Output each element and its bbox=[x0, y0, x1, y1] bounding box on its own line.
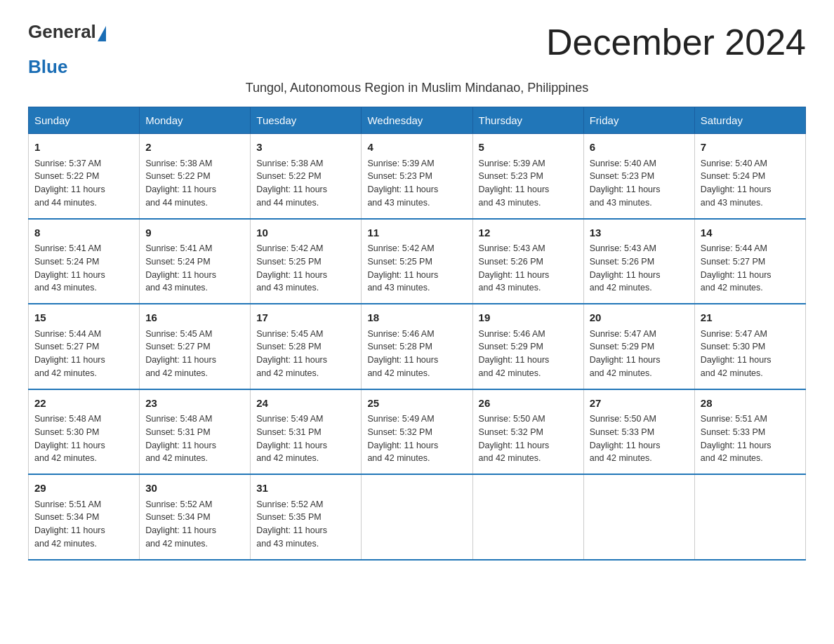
calendar-cell: 29Sunrise: 5:51 AMSunset: 5:34 PMDayligh… bbox=[29, 474, 140, 560]
day-info: Sunrise: 5:50 AMSunset: 5:32 PMDaylight:… bbox=[479, 412, 578, 465]
day-info: Sunrise: 5:42 AMSunset: 5:25 PMDaylight:… bbox=[367, 242, 466, 295]
weekday-header-saturday: Saturday bbox=[694, 107, 805, 134]
day-number: 8 bbox=[34, 225, 133, 241]
day-info: Sunrise: 5:41 AMSunset: 5:24 PMDaylight:… bbox=[145, 242, 244, 295]
day-info: Sunrise: 5:52 AMSunset: 5:34 PMDaylight:… bbox=[145, 498, 244, 551]
day-number: 4 bbox=[367, 140, 466, 156]
day-number: 14 bbox=[701, 225, 800, 241]
logo-blue-label: Blue bbox=[28, 56, 67, 77]
day-number: 26 bbox=[479, 396, 578, 412]
calendar-cell: 4Sunrise: 5:39 AMSunset: 5:23 PMDaylight… bbox=[362, 134, 472, 219]
day-info: Sunrise: 5:52 AMSunset: 5:35 PMDaylight:… bbox=[256, 498, 355, 551]
calendar-cell: 24Sunrise: 5:49 AMSunset: 5:31 PMDayligh… bbox=[251, 389, 362, 475]
day-number: 24 bbox=[256, 396, 355, 412]
day-info: Sunrise: 5:44 AMSunset: 5:27 PMDaylight:… bbox=[34, 328, 133, 380]
calendar-cell: 2Sunrise: 5:38 AMSunset: 5:22 PMDaylight… bbox=[140, 134, 251, 219]
calendar-cell bbox=[694, 474, 805, 560]
day-number: 9 bbox=[145, 225, 244, 241]
logo-triangle-icon bbox=[98, 26, 106, 41]
day-info: Sunrise: 5:44 AMSunset: 5:27 PMDaylight:… bbox=[701, 242, 800, 295]
calendar-week-row: 29Sunrise: 5:51 AMSunset: 5:34 PMDayligh… bbox=[29, 474, 806, 560]
day-number: 15 bbox=[34, 310, 133, 326]
calendar-cell: 11Sunrise: 5:42 AMSunset: 5:25 PMDayligh… bbox=[362, 219, 472, 304]
day-info: Sunrise: 5:43 AMSunset: 5:26 PMDaylight:… bbox=[479, 242, 578, 295]
calendar-week-row: 15Sunrise: 5:44 AMSunset: 5:27 PMDayligh… bbox=[29, 304, 806, 389]
calendar-cell: 30Sunrise: 5:52 AMSunset: 5:34 PMDayligh… bbox=[140, 474, 251, 560]
calendar-week-row: 22Sunrise: 5:48 AMSunset: 5:30 PMDayligh… bbox=[29, 389, 806, 475]
day-info: Sunrise: 5:51 AMSunset: 5:34 PMDaylight:… bbox=[34, 498, 133, 551]
day-info: Sunrise: 5:42 AMSunset: 5:25 PMDaylight:… bbox=[256, 242, 355, 295]
calendar-cell: 6Sunrise: 5:40 AMSunset: 5:23 PMDaylight… bbox=[583, 134, 694, 219]
weekday-header-row: SundayMondayTuesdayWednesdayThursdayFrid… bbox=[29, 107, 806, 134]
calendar-table: SundayMondayTuesdayWednesdayThursdayFrid… bbox=[28, 107, 806, 561]
day-number: 22 bbox=[34, 396, 133, 412]
calendar-cell: 26Sunrise: 5:50 AMSunset: 5:32 PMDayligh… bbox=[472, 389, 583, 475]
day-number: 16 bbox=[145, 310, 244, 326]
calendar-cell: 18Sunrise: 5:46 AMSunset: 5:28 PMDayligh… bbox=[362, 304, 472, 389]
calendar-cell: 23Sunrise: 5:48 AMSunset: 5:31 PMDayligh… bbox=[140, 389, 251, 475]
day-number: 23 bbox=[145, 396, 244, 412]
weekday-header-sunday: Sunday bbox=[29, 107, 140, 134]
calendar-cell: 1Sunrise: 5:37 AMSunset: 5:22 PMDaylight… bbox=[29, 134, 140, 219]
day-number: 20 bbox=[590, 310, 689, 326]
calendar-cell: 9Sunrise: 5:41 AMSunset: 5:24 PMDaylight… bbox=[140, 219, 251, 304]
day-info: Sunrise: 5:49 AMSunset: 5:32 PMDaylight:… bbox=[367, 412, 466, 465]
calendar-cell: 21Sunrise: 5:47 AMSunset: 5:30 PMDayligh… bbox=[694, 304, 805, 389]
day-number: 31 bbox=[256, 481, 355, 497]
day-info: Sunrise: 5:39 AMSunset: 5:23 PMDaylight:… bbox=[479, 157, 578, 210]
day-number: 18 bbox=[367, 310, 466, 326]
day-info: Sunrise: 5:48 AMSunset: 5:31 PMDaylight:… bbox=[145, 412, 244, 465]
day-number: 7 bbox=[701, 140, 800, 156]
day-number: 6 bbox=[590, 140, 689, 156]
calendar-cell: 3Sunrise: 5:38 AMSunset: 5:22 PMDaylight… bbox=[251, 134, 362, 219]
page-title: December 2024 bbox=[546, 21, 806, 63]
calendar-cell: 22Sunrise: 5:48 AMSunset: 5:30 PMDayligh… bbox=[29, 389, 140, 475]
calendar-cell: 16Sunrise: 5:45 AMSunset: 5:27 PMDayligh… bbox=[140, 304, 251, 389]
logo: General bbox=[28, 21, 106, 43]
day-info: Sunrise: 5:47 AMSunset: 5:30 PMDaylight:… bbox=[701, 328, 800, 380]
day-number: 21 bbox=[701, 310, 800, 326]
weekday-header-wednesday: Wednesday bbox=[362, 107, 472, 134]
day-info: Sunrise: 5:40 AMSunset: 5:23 PMDaylight:… bbox=[590, 157, 689, 210]
calendar-cell: 27Sunrise: 5:50 AMSunset: 5:33 PMDayligh… bbox=[583, 389, 694, 475]
logo-general-text: General bbox=[28, 21, 96, 43]
day-info: Sunrise: 5:48 AMSunset: 5:30 PMDaylight:… bbox=[34, 412, 133, 465]
day-number: 1 bbox=[34, 140, 133, 156]
day-info: Sunrise: 5:39 AMSunset: 5:23 PMDaylight:… bbox=[367, 157, 466, 210]
calendar-cell: 15Sunrise: 5:44 AMSunset: 5:27 PMDayligh… bbox=[29, 304, 140, 389]
day-number: 5 bbox=[479, 140, 578, 156]
calendar-cell: 7Sunrise: 5:40 AMSunset: 5:24 PMDaylight… bbox=[694, 134, 805, 219]
day-info: Sunrise: 5:45 AMSunset: 5:28 PMDaylight:… bbox=[256, 328, 355, 380]
calendar-cell: 5Sunrise: 5:39 AMSunset: 5:23 PMDaylight… bbox=[472, 134, 583, 219]
day-number: 28 bbox=[701, 396, 800, 412]
calendar-cell: 19Sunrise: 5:46 AMSunset: 5:29 PMDayligh… bbox=[472, 304, 583, 389]
day-info: Sunrise: 5:49 AMSunset: 5:31 PMDaylight:… bbox=[256, 412, 355, 465]
day-number: 11 bbox=[367, 225, 466, 241]
calendar-cell bbox=[472, 474, 583, 560]
day-number: 17 bbox=[256, 310, 355, 326]
calendar-cell: 10Sunrise: 5:42 AMSunset: 5:25 PMDayligh… bbox=[251, 219, 362, 304]
calendar-cell: 14Sunrise: 5:44 AMSunset: 5:27 PMDayligh… bbox=[694, 219, 805, 304]
day-number: 30 bbox=[145, 481, 244, 497]
day-info: Sunrise: 5:47 AMSunset: 5:29 PMDaylight:… bbox=[590, 328, 689, 380]
calendar-cell: 17Sunrise: 5:45 AMSunset: 5:28 PMDayligh… bbox=[251, 304, 362, 389]
weekday-header-tuesday: Tuesday bbox=[251, 107, 362, 134]
day-info: Sunrise: 5:45 AMSunset: 5:27 PMDaylight:… bbox=[145, 328, 244, 380]
calendar-cell: 25Sunrise: 5:49 AMSunset: 5:32 PMDayligh… bbox=[362, 389, 472, 475]
calendar-week-row: 8Sunrise: 5:41 AMSunset: 5:24 PMDaylight… bbox=[29, 219, 806, 304]
day-info: Sunrise: 5:40 AMSunset: 5:24 PMDaylight:… bbox=[701, 157, 800, 210]
day-info: Sunrise: 5:41 AMSunset: 5:24 PMDaylight:… bbox=[34, 242, 133, 295]
day-number: 10 bbox=[256, 225, 355, 241]
day-info: Sunrise: 5:46 AMSunset: 5:28 PMDaylight:… bbox=[367, 328, 466, 380]
day-number: 19 bbox=[479, 310, 578, 326]
calendar-cell: 20Sunrise: 5:47 AMSunset: 5:29 PMDayligh… bbox=[583, 304, 694, 389]
day-number: 25 bbox=[367, 396, 466, 412]
day-number: 2 bbox=[145, 140, 244, 156]
day-number: 3 bbox=[256, 140, 355, 156]
day-number: 29 bbox=[34, 481, 133, 497]
day-info: Sunrise: 5:38 AMSunset: 5:22 PMDaylight:… bbox=[256, 157, 355, 210]
weekday-header-thursday: Thursday bbox=[472, 107, 583, 134]
calendar-week-row: 1Sunrise: 5:37 AMSunset: 5:22 PMDaylight… bbox=[29, 134, 806, 219]
calendar-cell: 28Sunrise: 5:51 AMSunset: 5:33 PMDayligh… bbox=[694, 389, 805, 475]
weekday-header-monday: Monday bbox=[140, 107, 251, 134]
